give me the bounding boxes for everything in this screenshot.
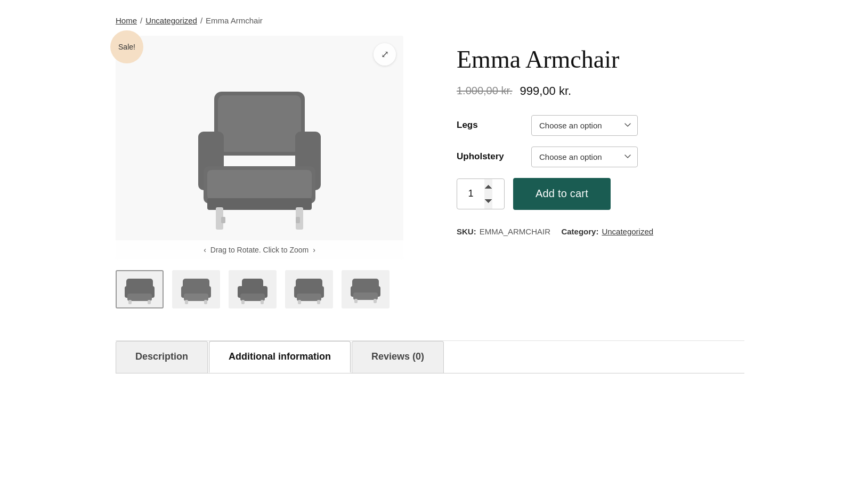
armchair-illustration [169, 62, 350, 233]
category-link[interactable]: Uncategorized [602, 227, 653, 236]
drag-hint-left-arrow: ‹ [204, 246, 206, 254]
upholstery-select[interactable]: Choose an option Grey Blue Beige [531, 147, 638, 167]
svg-rect-28 [261, 300, 264, 304]
breadcrumb-home[interactable]: Home [116, 16, 137, 25]
breadcrumb: Home / Uncategorized / Emma Armchair [116, 16, 744, 25]
drag-hint-text: Drag to Rotate. Click to Zoom [210, 246, 309, 254]
svg-rect-32 [297, 294, 321, 301]
tabs-section: Description Additional information Revie… [116, 340, 744, 373]
svg-rect-26 [240, 294, 265, 301]
tabs-divider [116, 373, 744, 373]
tab-description[interactable]: Description [116, 341, 208, 373]
sku-value: EMMA_ARMCHAIR [480, 227, 550, 236]
sale-badge: Sale! [110, 30, 143, 63]
breadcrumb-uncategorized[interactable]: Uncategorized [145, 16, 197, 25]
breadcrumb-sep2: / [200, 16, 202, 25]
price-block: 1.000,00 kr. 999,00 kr. [457, 84, 744, 98]
drag-hint-right-arrow: › [313, 246, 315, 254]
product-images: Sale! [116, 36, 414, 308]
price-sale: 999,00 kr. [520, 84, 572, 98]
svg-rect-16 [148, 300, 151, 304]
upholstery-label: Upholstery [457, 151, 521, 162]
svg-rect-33 [298, 300, 301, 304]
add-to-cart-button[interactable]: Add to cart [513, 178, 611, 210]
svg-rect-15 [128, 300, 132, 304]
legs-label: Legs [457, 120, 521, 131]
svg-rect-34 [317, 300, 320, 304]
purchase-row: Add to cart [457, 178, 744, 210]
svg-rect-22 [204, 300, 207, 304]
svg-rect-1 [218, 95, 301, 152]
tab-additional-information[interactable]: Additional information [209, 341, 351, 373]
svg-rect-14 [127, 294, 152, 301]
thumbnail-3[interactable] [229, 270, 277, 308]
svg-rect-40 [374, 299, 377, 303]
svg-rect-21 [185, 300, 188, 304]
svg-rect-39 [354, 299, 358, 303]
thumbnail-4[interactable] [285, 270, 333, 308]
legs-select[interactable]: Choose an option Natural Wood Black Chro… [531, 115, 638, 136]
thumbnail-2[interactable] [172, 270, 220, 308]
legs-option-row: Legs Choose an option Natural Wood Black… [457, 115, 744, 136]
price-original: 1.000,00 kr. [457, 85, 513, 97]
svg-rect-9 [221, 217, 225, 223]
svg-rect-20 [184, 294, 208, 301]
quantity-input[interactable] [457, 178, 505, 209]
upholstery-option-row: Upholstery Choose an option Grey Blue Be… [457, 147, 744, 167]
drag-hint: ‹ Drag to Rotate. Click to Zoom › [116, 240, 403, 259]
product-title: Emma Armchair [457, 46, 744, 74]
breadcrumb-sep1: / [140, 16, 142, 25]
svg-rect-27 [241, 300, 245, 304]
zoom-button[interactable]: ⤢ [374, 43, 396, 66]
sku-label: SKU: [457, 227, 476, 236]
breadcrumb-current: Emma Armchair [206, 16, 263, 25]
svg-rect-10 [296, 217, 300, 223]
main-product-image[interactable]: ⤢ ‹ Drag to Rotate. Click to Zoom › [116, 36, 403, 259]
product-info: Emma Armchair 1.000,00 kr. 999,00 kr. Le… [457, 36, 744, 236]
thumbnail-strip [116, 270, 414, 308]
thumbnail-1[interactable] [116, 270, 164, 308]
category-label: Category: [561, 227, 598, 236]
svg-rect-38 [353, 292, 378, 300]
product-meta: SKU: EMMA_ARMCHAIR Category: Uncategoriz… [457, 227, 744, 236]
tab-reviews[interactable]: Reviews (0) [352, 341, 444, 373]
svg-rect-5 [207, 170, 312, 200]
quantity-wrapper [457, 178, 505, 209]
thumbnail-5[interactable] [342, 270, 390, 308]
tabs-bar: Description Additional information Revie… [116, 341, 744, 373]
